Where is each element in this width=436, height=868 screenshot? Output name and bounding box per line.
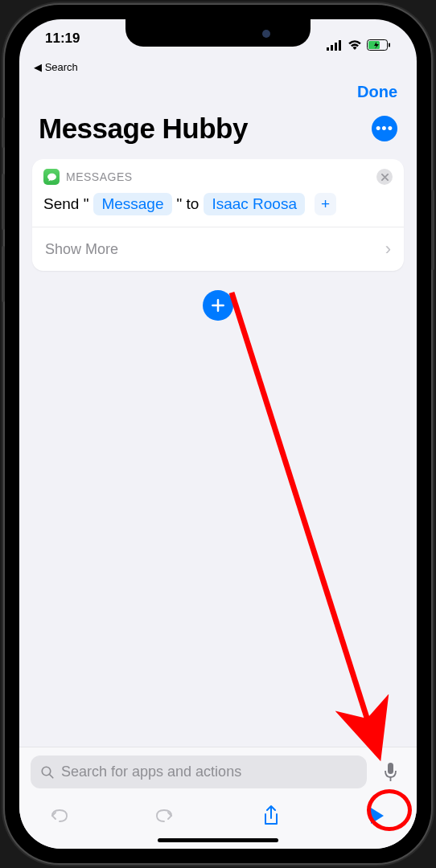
play-icon <box>369 807 385 825</box>
page-title: Message Hubby <box>39 113 248 145</box>
cellular-icon <box>327 40 343 51</box>
action-sentence[interactable]: Send " Message " to Isaac Roosa + <box>32 185 404 227</box>
add-action-button[interactable] <box>203 290 233 321</box>
share-icon <box>262 805 280 827</box>
dictation-button[interactable] <box>375 763 405 782</box>
share-button[interactable] <box>253 805 290 827</box>
send-mid: " to <box>177 195 199 213</box>
send-prefix: Send " <box>43 195 88 213</box>
message-token[interactable]: Message <box>93 193 171 215</box>
redo-icon <box>154 807 175 825</box>
back-label: Search <box>45 61 78 73</box>
clear-action-button[interactable] <box>376 169 393 185</box>
plus-icon <box>210 297 226 313</box>
redo-button[interactable] <box>146 807 183 825</box>
annotation-arrow <box>220 285 405 775</box>
svg-rect-1 <box>331 45 333 51</box>
messages-app-icon <box>43 169 60 185</box>
mic-icon <box>384 763 397 782</box>
ellipsis-icon: ••• <box>376 121 393 137</box>
recipient-token[interactable]: Isaac Roosa <box>204 193 305 215</box>
svg-rect-3 <box>339 40 341 51</box>
search-input[interactable]: Search for apps and actions <box>31 755 367 788</box>
app-name-label: MESSAGES <box>66 170 370 183</box>
svg-line-7 <box>232 293 377 751</box>
battery-icon <box>367 39 391 51</box>
svg-rect-2 <box>335 43 337 51</box>
home-indicator[interactable] <box>158 838 278 842</box>
back-chevron-icon: ◀︎ <box>34 61 42 73</box>
add-recipient-button[interactable]: + <box>315 193 336 215</box>
svg-line-9 <box>49 774 53 778</box>
action-card: MESSAGES Send " Message " to Isaac Roosa… <box>32 159 404 271</box>
svg-rect-6 <box>389 43 390 47</box>
done-button[interactable]: Done <box>357 83 397 101</box>
search-placeholder: Search for apps and actions <box>61 764 241 780</box>
more-options-button[interactable]: ••• <box>372 116 397 141</box>
chevron-right-icon: › <box>385 239 391 260</box>
wifi-icon <box>348 40 362 51</box>
svg-rect-0 <box>327 47 329 51</box>
show-more-button[interactable]: Show More › <box>32 227 404 271</box>
run-button[interactable] <box>359 807 396 825</box>
status-icons <box>327 31 391 59</box>
close-icon <box>381 174 389 181</box>
undo-button[interactable] <box>40 807 77 825</box>
svg-rect-10 <box>388 763 393 774</box>
show-more-label: Show More <box>45 241 118 258</box>
back-to-search-link[interactable]: ◀︎ Search <box>19 59 417 75</box>
status-time: 11:19 <box>45 31 80 59</box>
undo-icon <box>48 807 69 825</box>
search-icon <box>40 765 55 780</box>
